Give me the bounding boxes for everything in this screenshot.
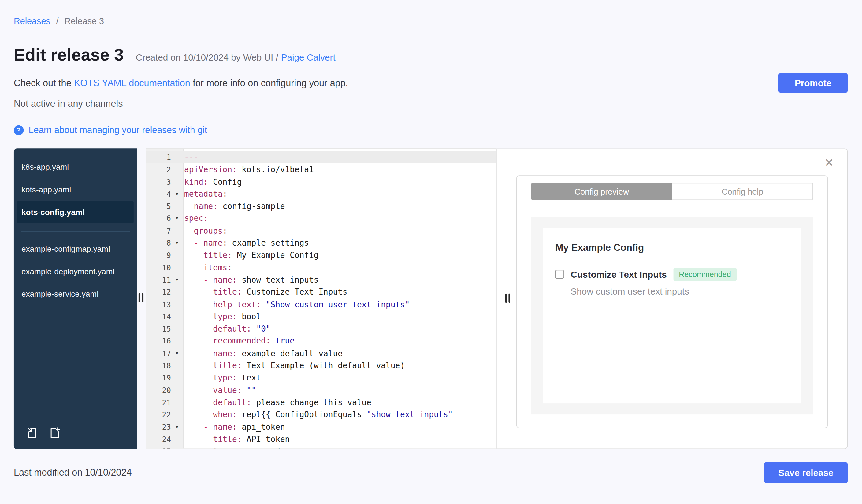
fold-arrow-icon[interactable]: ▾: [171, 237, 183, 249]
last-modified-text: Last modified on 10/10/2024: [14, 467, 132, 478]
fold-spacer: [171, 409, 183, 421]
fold-spacer: [171, 396, 183, 409]
sidebar-file-example-deployment.yaml[interactable]: example-deployment.yaml: [17, 261, 134, 283]
config-item-help-text: Show custom user text inputs: [571, 286, 788, 297]
code-line[interactable]: 4▾metadata:: [146, 188, 496, 200]
sidebar-file-kots-config.yaml[interactable]: kots-config.yaml: [17, 201, 134, 223]
fold-spacer: [171, 151, 183, 163]
line-number: 14: [146, 310, 171, 323]
yaml-editor[interactable]: 1---2apiVersion: kots.io/v1beta13kind: C…: [146, 148, 496, 449]
fold-spacer: [171, 335, 183, 347]
author-link[interactable]: Paige Calvert: [281, 52, 336, 62]
breadcrumb-releases-link[interactable]: Releases: [14, 16, 51, 26]
code-line[interactable]: 24 title: API token: [146, 433, 496, 445]
code-line[interactable]: 18 title: Text Example (with default val…: [146, 359, 496, 372]
code-text: title: My Example Config: [183, 249, 318, 262]
close-icon[interactable]: ✕: [824, 157, 834, 168]
code-line[interactable]: 20 value: "": [146, 384, 496, 396]
code-text: items:: [183, 262, 232, 274]
code-line[interactable]: 2apiVersion: kots.io/v1beta1: [146, 163, 496, 175]
code-line[interactable]: 16 recommended: true: [146, 335, 496, 347]
code-line[interactable]: 10 items:: [146, 262, 496, 274]
code-line[interactable]: 21 default: please change this value: [146, 396, 496, 409]
file-list-bottom: example-configmap.yamlexample-deployment…: [14, 238, 137, 306]
code-text: title: Text Example (with default value): [183, 359, 405, 372]
sidebar-file-example-configmap.yaml[interactable]: example-configmap.yaml: [17, 238, 134, 261]
file-list-divider: [21, 231, 130, 232]
code-line[interactable]: 5 name: config-sample: [146, 200, 496, 213]
line-number: 12: [146, 286, 171, 298]
fold-arrow-icon[interactable]: ▾: [171, 274, 183, 286]
sidebar-file-kots-app.yaml[interactable]: kots-app.yaml: [17, 178, 134, 201]
code-line[interactable]: 22 when: repl{{ ConfigOptionEquals "show…: [146, 409, 496, 421]
line-number: 5: [146, 200, 171, 213]
code-line[interactable]: 13 help_text: "Show custom user text inp…: [146, 298, 496, 310]
sidebar-resize-handle[interactable]: [139, 293, 143, 303]
line-number: 11: [146, 274, 171, 286]
code-line[interactable]: 12 title: Customize Text Inputs: [146, 286, 496, 298]
customize-text-inputs-checkbox[interactable]: [555, 270, 564, 279]
edit-release-page: Releases / Release 3 Edit release 3 Crea…: [0, 0, 862, 504]
docs-line: Check out the KOTS YAML documentation fo…: [14, 78, 848, 89]
sidebar-file-example-service.yaml[interactable]: example-service.yaml: [17, 283, 134, 306]
git-releases-help-link[interactable]: Learn about managing your releases with …: [28, 125, 207, 135]
breadcrumb: Releases / Release 3: [14, 16, 848, 26]
code-text: type: bool: [183, 310, 261, 323]
promote-button[interactable]: Promote: [779, 73, 848, 93]
sidebar-file-k8s-app.yaml[interactable]: k8s-app.yaml: [17, 156, 134, 178]
code-line[interactable]: 17▾ - name: example_default_value: [146, 347, 496, 359]
fold-arrow-icon[interactable]: ▾: [171, 421, 183, 433]
upload-file-icon[interactable]: [26, 427, 38, 439]
code-line[interactable]: 1---: [146, 151, 496, 163]
code-line[interactable]: 14 type: bool: [146, 310, 496, 323]
code-text: default: "0": [183, 323, 271, 335]
code-line[interactable]: 8▾ - name: example_settings: [146, 237, 496, 249]
preview-resize-handle[interactable]: [505, 294, 510, 303]
code-line[interactable]: 9 title: My Example Config: [146, 249, 496, 262]
code-line[interactable]: 15 default: "0": [146, 323, 496, 335]
code-line[interactable]: 3kind: Config: [146, 175, 496, 188]
fold-spacer: [171, 249, 183, 262]
fold-arrow-icon[interactable]: ▾: [171, 213, 183, 225]
fold-spacer: [171, 445, 183, 449]
fold-spacer: [171, 262, 183, 274]
line-number: 9: [146, 249, 171, 262]
save-release-button[interactable]: Save release: [764, 462, 848, 483]
code-text: type: password: [183, 445, 280, 449]
help-question-icon[interactable]: ?: [14, 125, 24, 135]
line-number: 25: [146, 445, 171, 449]
fold-spacer: [171, 359, 183, 372]
code-line[interactable]: 7 groups:: [146, 225, 496, 237]
tab-config-help[interactable]: Config help: [672, 183, 813, 200]
new-file-icon[interactable]: [49, 427, 61, 439]
code-text: spec:: [183, 213, 208, 225]
code-line[interactable]: 19 type: text: [146, 372, 496, 384]
code-text: - name: example_default_value: [183, 347, 342, 359]
line-number: 19: [146, 372, 171, 384]
kots-yaml-docs-link[interactable]: KOTS YAML documentation: [74, 78, 190, 88]
code-line[interactable]: 11▾ - name: show_text_inputs: [146, 274, 496, 286]
config-item-row: Customize Text Inputs Recommended: [555, 268, 789, 281]
line-number: 24: [146, 433, 171, 445]
code-line[interactable]: 23▾ - name: api_token: [146, 421, 496, 433]
code-line[interactable]: 6▾spec:: [146, 213, 496, 225]
code-text: ---: [183, 151, 198, 163]
config-form: My Example Config Customize Text Inputs …: [543, 227, 801, 403]
preview-content-area: My Example Config Customize Text Inputs …: [531, 216, 813, 414]
line-number: 8: [146, 237, 171, 249]
line-number: 7: [146, 225, 171, 237]
code-text: groups:: [183, 225, 227, 237]
file-list-top: k8s-app.yamlkots-app.yamlkots-config.yam…: [14, 156, 137, 223]
code-line[interactable]: 25 type: password: [146, 445, 496, 449]
preview-tabs: Config preview Config help: [531, 183, 813, 200]
fold-spacer: [171, 372, 183, 384]
config-item-label[interactable]: Customize Text Inputs: [571, 269, 667, 279]
tab-config-preview[interactable]: Config preview: [531, 183, 672, 200]
line-number: 16: [146, 335, 171, 347]
fold-arrow-icon[interactable]: ▾: [171, 188, 183, 200]
fold-arrow-icon[interactable]: ▾: [171, 347, 183, 359]
line-number: 22: [146, 409, 171, 421]
fold-spacer: [171, 286, 183, 298]
fold-spacer: [171, 310, 183, 323]
fold-spacer: [171, 433, 183, 445]
